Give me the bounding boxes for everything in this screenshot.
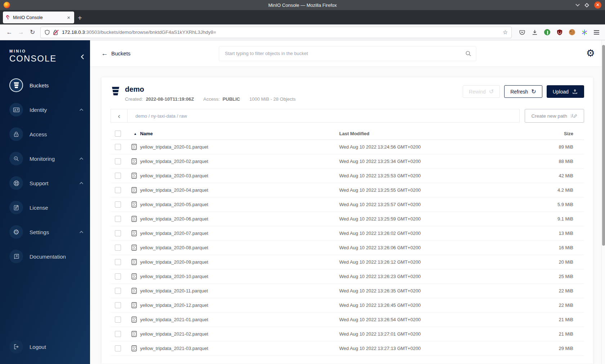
chevron-up-icon[interactable]: [79, 231, 84, 233]
table-row[interactable]: yellow_tripdata_2020-04.parquet Wed Aug …: [111, 183, 584, 197]
row-checkbox[interactable]: [115, 288, 121, 294]
cookie-extension-icon[interactable]: [569, 29, 575, 35]
sidebar: MINIO CONSOLE Buckets Identity: [0, 40, 90, 364]
console-settings-gear-icon[interactable]: ⚙: [586, 49, 595, 58]
table-row[interactable]: yellow_tripdata_2020-06.parquet Wed Aug …: [111, 212, 584, 226]
object-name[interactable]: yellow_tripdata_2021-01.parquet: [140, 317, 208, 322]
window-minimize-icon[interactable]: [575, 2, 579, 6]
row-checkbox[interactable]: [115, 187, 121, 193]
tab-minio-console[interactable]: MinIO Console ×: [3, 12, 74, 23]
scrollbar-thumb[interactable]: [602, 45, 605, 246]
forward-icon[interactable]: →: [15, 29, 27, 36]
row-checkbox[interactable]: [115, 302, 121, 308]
row-checkbox[interactable]: [115, 273, 121, 279]
sidebar-item-license[interactable]: License: [0, 200, 90, 215]
tab-close-icon[interactable]: ×: [66, 14, 71, 21]
sidebar-item-support[interactable]: Support: [0, 175, 90, 191]
row-checkbox[interactable]: [115, 216, 121, 222]
upload-button[interactable]: Upload: [547, 85, 584, 98]
object-name[interactable]: yellow_tripdata_2020-03.parquet: [140, 173, 208, 178]
chevron-up-icon[interactable]: [79, 157, 84, 160]
sidebar-item-documentation[interactable]: Documentation: [0, 249, 90, 264]
row-checkbox[interactable]: [115, 158, 121, 164]
create-new-path-button[interactable]: Create new path :/: [525, 109, 584, 123]
bookmark-star-icon[interactable]: ☆: [503, 29, 508, 36]
filter-objects-input[interactable]: [219, 46, 476, 61]
table-row[interactable]: yellow_tripdata_2020-12.parquet Wed Aug …: [111, 298, 584, 313]
object-name[interactable]: yellow_tripdata_2020-07.parquet: [140, 231, 208, 236]
sidebar-collapse-icon[interactable]: [80, 54, 84, 60]
sidebar-item-settings[interactable]: ⚙ Settings: [0, 224, 90, 240]
object-name[interactable]: yellow_tripdata_2020-12.parquet: [140, 302, 208, 308]
sidebar-item-buckets[interactable]: Buckets: [0, 77, 90, 93]
object-name[interactable]: yellow_tripdata_2021-02.parquet: [140, 331, 208, 337]
select-all-checkbox[interactable]: [115, 131, 121, 137]
back-icon[interactable]: ←: [4, 29, 15, 36]
column-header-size[interactable]: Size: [534, 131, 584, 136]
multi-account-containers-icon[interactable]: [581, 29, 588, 36]
chevron-up-icon[interactable]: [79, 182, 84, 185]
row-checkbox[interactable]: [115, 144, 121, 150]
menu-icon[interactable]: [594, 30, 599, 35]
window-maximize-icon[interactable]: [584, 3, 589, 8]
extension-green-icon[interactable]: [544, 29, 550, 35]
window-close-icon[interactable]: ✕: [594, 1, 601, 9]
table-row[interactable]: yellow_tripdata_2020-02.parquet Wed Aug …: [111, 154, 584, 169]
object-name[interactable]: yellow_tripdata_2020-04.parquet: [140, 187, 208, 193]
table-row[interactable]: yellow_tripdata_2020-09.parquet Wed Aug …: [111, 255, 584, 269]
table-row[interactable]: yellow_tripdata_2020-03.parquet Wed Aug …: [111, 169, 584, 183]
table-row[interactable]: yellow_tripdata_2020-07.parquet Wed Aug …: [111, 226, 584, 241]
minio-console-logo: MINIO CONSOLE: [0, 40, 90, 64]
rewind-button[interactable]: Rewind ↺: [463, 85, 500, 98]
object-name[interactable]: yellow_tripdata_2020-01.parquet: [140, 144, 208, 150]
table-row[interactable]: yellow_tripdata_2021-03.parquet Wed Aug …: [111, 341, 584, 356]
row-checkbox[interactable]: [115, 230, 121, 236]
downloads-icon[interactable]: [532, 29, 538, 36]
object-name[interactable]: yellow_tripdata_2020-09.parquet: [140, 259, 208, 265]
path-back-chevron-icon[interactable]: ‹: [111, 109, 127, 122]
url-text[interactable]: 172.18.0.3:30503/buckets/demo/browse/bnk…: [62, 29, 503, 35]
sidebar-item-monitoring[interactable]: Monitoring: [0, 151, 90, 167]
chevron-up-icon[interactable]: [79, 108, 84, 111]
insecure-lock-icon[interactable]: [53, 29, 59, 35]
url-bar[interactable]: 172.18.0.3:30503/buckets/demo/browse/bnk…: [40, 27, 512, 38]
object-name[interactable]: yellow_tripdata_2021-03.parquet: [140, 346, 208, 351]
row-checkbox[interactable]: [115, 317, 121, 323]
refresh-button[interactable]: Refresh ↻: [504, 85, 542, 98]
table-row[interactable]: yellow_tripdata_2020-05.parquet Wed Aug …: [111, 197, 584, 212]
table-row[interactable]: yellow_tripdata_2020-08.parquet Wed Aug …: [111, 241, 584, 255]
object-modified: Wed Aug 10 2022 13:25:53 GMT+0200: [339, 173, 534, 178]
object-name[interactable]: yellow_tripdata_2020-06.parquet: [140, 216, 208, 222]
row-checkbox[interactable]: [115, 201, 121, 208]
tab-bar: MinIO Console × +: [0, 10, 605, 24]
row-checkbox[interactable]: [115, 331, 121, 337]
sidebar-item-identity[interactable]: Identity: [0, 102, 90, 118]
row-checkbox[interactable]: [115, 245, 121, 251]
table-row[interactable]: yellow_tripdata_2020-01.parquet Wed Aug …: [111, 140, 584, 154]
pocket-icon[interactable]: [519, 29, 525, 36]
row-checkbox[interactable]: [115, 173, 121, 179]
object-name[interactable]: yellow_tripdata_2020-11.parquet: [140, 288, 208, 294]
object-name[interactable]: yellow_tripdata_2020-08.parquet: [140, 245, 208, 250]
new-tab-button[interactable]: +: [78, 14, 82, 22]
page-scrollbar[interactable]: [601, 40, 605, 364]
row-checkbox[interactable]: [115, 259, 121, 265]
column-header-modified[interactable]: Last Modified: [339, 131, 534, 136]
sidebar-item-logout[interactable]: Logout: [0, 339, 90, 355]
ublock-origin-icon[interactable]: [556, 29, 563, 36]
object-name[interactable]: yellow_tripdata_2020-10.parquet: [140, 274, 208, 279]
back-to-buckets[interactable]: ← Buckets: [101, 50, 130, 58]
breadcrumb-path[interactable]: demo / ny-taxi-data / raw: [135, 113, 187, 119]
shield-icon[interactable]: [44, 29, 50, 35]
reload-icon[interactable]: ↻: [27, 28, 38, 36]
object-name[interactable]: yellow_tripdata_2020-05.parquet: [140, 202, 208, 207]
table-row[interactable]: yellow_tripdata_2020-11.parquet Wed Aug …: [111, 284, 584, 298]
object-name[interactable]: yellow_tripdata_2020-02.parquet: [140, 159, 208, 164]
table-row[interactable]: yellow_tripdata_2020-10.parquet Wed Aug …: [111, 269, 584, 284]
row-checkbox[interactable]: [115, 345, 121, 351]
table-row[interactable]: yellow_tripdata_2021-02.parquet Wed Aug …: [111, 327, 584, 341]
column-header-name[interactable]: Name: [140, 131, 153, 136]
table-row[interactable]: yellow_tripdata_2021-01.parquet Wed Aug …: [111, 313, 584, 327]
sort-ascending-icon[interactable]: ▲: [134, 132, 137, 136]
sidebar-item-access[interactable]: Access: [0, 126, 90, 142]
